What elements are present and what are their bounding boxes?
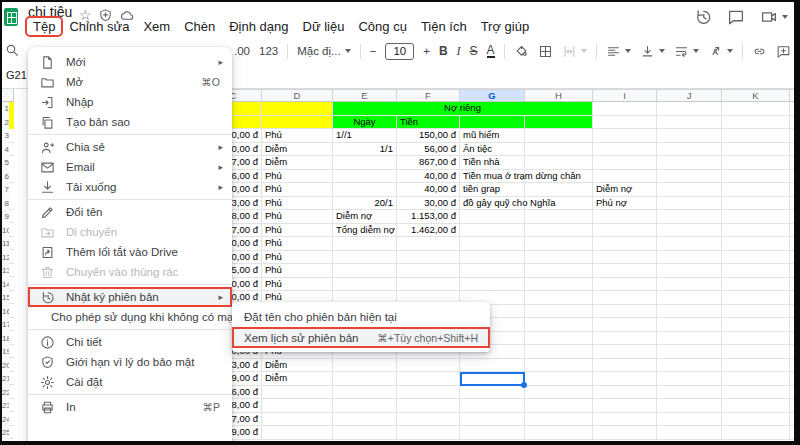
cell[interactable]: đồ gây quỹ cho Nghĩa	[460, 197, 525, 211]
row-number[interactable]: 15	[2, 291, 9, 305]
menubar-item-tiện ích[interactable]: Tiện ích	[414, 17, 474, 36]
cell[interactable]	[657, 345, 722, 359]
menu-item-gear[interactable]: Cài đặt	[28, 372, 232, 392]
cell[interactable]	[525, 278, 593, 292]
cell[interactable]: 20/1	[333, 197, 397, 211]
menu-item-pencil[interactable]: Đổi tên	[28, 202, 232, 222]
cell[interactable]	[657, 224, 722, 238]
cell[interactable]	[525, 372, 593, 386]
cell[interactable]: Ăn tiệc	[460, 143, 525, 157]
selected-cell[interactable]	[460, 372, 525, 386]
cell[interactable]	[397, 426, 460, 440]
cell[interactable]	[722, 372, 790, 386]
cell[interactable]: Phú	[262, 237, 333, 251]
cell[interactable]	[657, 264, 722, 278]
cell[interactable]	[525, 426, 593, 440]
cell[interactable]	[460, 413, 525, 427]
row-number[interactable]: 13	[2, 264, 9, 278]
cell[interactable]	[525, 237, 593, 251]
cell[interactable]	[657, 143, 722, 157]
cell[interactable]	[460, 237, 525, 251]
menu-item-printer[interactable]: In⌘P	[28, 397, 232, 417]
row-number[interactable]: 22	[2, 386, 9, 400]
cell[interactable]	[593, 237, 657, 251]
cell[interactable]	[262, 386, 333, 400]
cell[interactable]	[460, 278, 525, 292]
cell[interactable]	[525, 143, 593, 157]
cell[interactable]: 1.462,00 đ	[397, 224, 460, 238]
menubar-item-chèn[interactable]: Chèn	[177, 17, 222, 36]
merge-cells-button[interactable]	[562, 44, 587, 59]
cell[interactable]: 867,00 đ	[397, 156, 460, 170]
menu-item-history[interactable]: Nhật ký phiên bản▸	[28, 287, 232, 307]
row-number[interactable]: 1	[2, 102, 9, 116]
cell[interactable]	[722, 264, 790, 278]
cell[interactable]: 150,00 đ	[397, 129, 460, 143]
column-header-D[interactable]: D	[262, 89, 333, 102]
cell[interactable]: Tiền	[397, 116, 460, 130]
cell[interactable]	[657, 251, 722, 265]
cell[interactable]	[262, 399, 333, 413]
row-number[interactable]: 6	[2, 170, 9, 184]
cell[interactable]	[722, 129, 790, 143]
cell[interactable]	[397, 237, 460, 251]
cell[interactable]	[722, 413, 790, 427]
cell[interactable]	[593, 332, 657, 346]
cell[interactable]: 56,00 đ	[397, 143, 460, 157]
column-header-I[interactable]: I	[593, 89, 657, 102]
cell[interactable]	[593, 399, 657, 413]
cell[interactable]: 30,00 đ	[397, 197, 460, 211]
cell[interactable]	[657, 305, 722, 319]
cell[interactable]: Phú	[262, 129, 333, 143]
cell[interactable]	[397, 251, 460, 265]
cell[interactable]	[525, 264, 593, 278]
cell[interactable]: Tiền nhà	[460, 156, 525, 170]
cell[interactable]	[593, 291, 657, 305]
menubar-item-xem[interactable]: Xem	[136, 17, 177, 36]
cell[interactable]	[262, 426, 333, 440]
menubar-item-chỉnh sửa[interactable]: Chỉnh sửa	[62, 17, 136, 36]
cell[interactable]	[460, 426, 525, 440]
row-number[interactable]: 19	[2, 345, 9, 359]
font-size-input[interactable]: 10	[385, 43, 414, 60]
column-header-E[interactable]: E	[333, 89, 397, 102]
cell[interactable]	[657, 210, 722, 224]
cell[interactable]	[657, 237, 722, 251]
menu-item-info[interactable]: Chi tiết	[28, 332, 232, 352]
cell[interactable]	[593, 386, 657, 400]
version-history-icon[interactable]	[694, 8, 712, 26]
cell[interactable]	[657, 116, 722, 130]
cell[interactable]	[657, 318, 722, 332]
cell[interactable]	[722, 318, 790, 332]
cell[interactable]	[657, 426, 722, 440]
menu-item-envelope[interactable]: Email▸	[28, 157, 232, 177]
font-size-increase-button[interactable]: +	[423, 45, 430, 57]
cell[interactable]	[593, 413, 657, 427]
menu-item-folder[interactable]: Mở⌘O	[28, 72, 232, 92]
cell[interactable]	[657, 413, 722, 427]
submenu-item[interactable]: Đặt tên cho phiên bản hiện tại	[232, 306, 490, 327]
cell[interactable]: Tổng diễm nợ	[333, 224, 397, 238]
row-number[interactable]: 20	[2, 359, 9, 373]
cell[interactable]	[593, 116, 657, 130]
row-number[interactable]: 12	[2, 251, 9, 265]
cell[interactable]	[333, 156, 397, 170]
cell[interactable]	[333, 237, 397, 251]
row-number[interactable]: 21	[2, 372, 9, 386]
menu-item-folder-move[interactable]: Di chuyển	[28, 222, 232, 242]
menu-item-drive-shortcut[interactable]: Thêm lối tắt vào Drive	[28, 242, 232, 262]
cell[interactable]	[722, 399, 790, 413]
cell[interactable]	[333, 278, 397, 292]
cell[interactable]	[333, 426, 397, 440]
row-number[interactable]: 18	[2, 332, 9, 346]
submenu-item[interactable]: Xem lịch sử phiên bản⌘+Tùy chọn+Shift+H	[232, 327, 490, 348]
cell[interactable]	[722, 183, 790, 197]
menu-item-download[interactable]: Tải xuống▸	[28, 177, 232, 197]
italic-button[interactable]: I	[457, 44, 461, 59]
text-rotation-button[interactable]	[708, 44, 733, 59]
cell[interactable]	[722, 332, 790, 346]
cell[interactable]: Diễm	[262, 359, 333, 373]
cell[interactable]	[722, 156, 790, 170]
column-header-G[interactable]: G	[460, 89, 525, 102]
row-number[interactable]: 11	[2, 237, 9, 251]
